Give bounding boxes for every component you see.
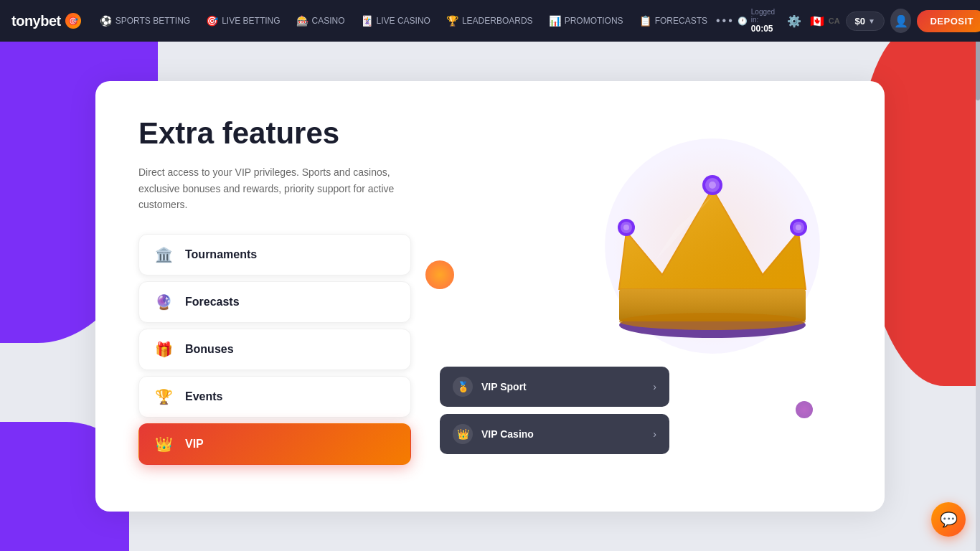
nav-label: FORECASTS xyxy=(655,16,707,26)
vip-btn-label: VIP Casino xyxy=(481,428,534,440)
vip-btn-vip-sport[interactable]: 🏅 VIP Sport › xyxy=(440,367,669,407)
svg-point-13 xyxy=(796,225,801,230)
menu-item-bonuses[interactable]: 🎁 Bonuses xyxy=(138,329,411,370)
decorative-dot-orange xyxy=(425,260,454,289)
menu-item-vip[interactable]: 👑 VIP xyxy=(138,423,411,465)
country-label: CA xyxy=(829,17,840,25)
nav-label: LEADERBOARDS xyxy=(462,16,533,26)
session-timer: 00:05 xyxy=(751,24,773,34)
nav-icon: 🃏 xyxy=(361,15,373,27)
vip-icon: 🏅 xyxy=(453,377,473,397)
user-icon: 👤 xyxy=(894,14,908,28)
main-card: Extra features Direct access to your VIP… xyxy=(95,81,885,512)
nav-icon: 📋 xyxy=(639,15,651,27)
crown-illustration xyxy=(569,117,842,361)
vip-btn-left: 👑 VIP Casino xyxy=(453,424,534,444)
nav-item-live-betting[interactable]: 🎯LIVE BETTING xyxy=(199,11,287,31)
menu-label-events: Events xyxy=(185,390,222,403)
vip-buttons-container: 🏅 VIP Sport › 👑 VIP Casino › xyxy=(440,367,669,454)
clock-icon: 🕐 xyxy=(738,17,748,26)
deposit-button[interactable]: DEPOSIT xyxy=(917,10,980,32)
nav-icon: 🏆 xyxy=(446,15,458,27)
chevron-down-icon: ▼ xyxy=(868,17,875,25)
scrollbar[interactable] xyxy=(976,0,980,551)
nav-item-casino[interactable]: 🎰CASINO xyxy=(289,11,352,31)
nav-label: CASINO xyxy=(312,16,345,26)
vip-btn-left: 🏅 VIP Sport xyxy=(453,377,527,397)
menu-icon-tournaments: 🏛️ xyxy=(154,246,174,263)
flag-icon: 🇨🇦 xyxy=(810,14,824,28)
card-right: 🏅 VIP Sport › 👑 VIP Casino › xyxy=(440,117,842,476)
feature-menu: 🏛️ Tournaments 🔮 Forecasts 🎁 Bonuses 🏆 E… xyxy=(138,234,411,465)
menu-icon-vip: 👑 xyxy=(154,435,174,453)
user-profile-button[interactable]: 👤 xyxy=(890,9,911,33)
chat-icon: 💬 xyxy=(940,511,958,528)
nav-right: 🕐 Logged in: 00:05 ⚙️ 🇨🇦 CA $0 ▼ 👤 DEPOS… xyxy=(738,8,980,34)
nav-item-promotions[interactable]: 📊PROMOTIONS xyxy=(542,11,631,31)
svg-point-10 xyxy=(623,225,629,230)
menu-label-forecasts: Forecasts xyxy=(185,296,240,309)
page-title: Extra features xyxy=(138,117,411,150)
settings-button[interactable]: ⚙️ xyxy=(784,11,804,31)
svg-point-4 xyxy=(619,313,806,330)
nav-item-live-casino[interactable]: 🃏LIVE CASINO xyxy=(354,11,438,31)
logged-in-label: Logged in: xyxy=(751,8,778,24)
nav-label: PROMOTIONS xyxy=(565,16,623,26)
vip-btn-vip-casino[interactable]: 👑 VIP Casino › xyxy=(440,414,669,454)
card-left: Extra features Direct access to your VIP… xyxy=(138,117,411,476)
more-nav-button[interactable]: ••• xyxy=(716,14,735,27)
navbar: tonybet 🎯 ⚽SPORTS BETTING🎯LIVE BETTING🎰C… xyxy=(0,0,980,42)
decorative-dot-purple xyxy=(796,401,813,418)
balance-button[interactable]: $0 ▼ xyxy=(846,11,885,31)
balance-value: $0 xyxy=(855,16,865,27)
menu-icon-events: 🏆 xyxy=(154,388,174,405)
nav-item-forecasts[interactable]: 📋FORECASTS xyxy=(632,11,715,31)
vip-icon: 👑 xyxy=(453,424,473,444)
card-description: Direct access to your VIP privileges. Sp… xyxy=(138,164,397,212)
svg-point-7 xyxy=(709,182,716,189)
nav-item-leaderboards[interactable]: 🏆LEADERBOARDS xyxy=(439,11,540,31)
nav-label: SPORTS BETTING xyxy=(116,16,190,26)
session-time: Logged in: 00:05 xyxy=(751,8,778,34)
menu-item-events[interactable]: 🏆 Events xyxy=(138,376,411,418)
vip-btn-label: VIP Sport xyxy=(481,381,527,392)
nav-items: ⚽SPORTS BETTING🎯LIVE BETTING🎰CASINO🃏LIVE… xyxy=(93,11,735,31)
menu-icon-forecasts: 🔮 xyxy=(154,293,174,311)
logo-icon: 🎯 xyxy=(65,13,81,29)
nav-icon: ⚽ xyxy=(100,15,112,27)
menu-label-tournaments: Tournaments xyxy=(185,248,257,261)
chevron-right-icon: › xyxy=(653,381,656,392)
menu-item-tournaments[interactable]: 🏛️ Tournaments xyxy=(138,234,411,276)
menu-label-bonuses: Bonuses xyxy=(185,343,234,356)
nav-icon: 🎰 xyxy=(296,15,308,27)
nav-label: LIVE CASINO xyxy=(377,16,430,26)
nav-label: LIVE BETTING xyxy=(222,16,280,26)
main-background: Extra features Direct access to your VIP… xyxy=(0,42,980,551)
menu-icon-bonuses: 🎁 xyxy=(154,341,174,358)
nav-icon: 🎯 xyxy=(206,15,218,27)
nav-icon: 📊 xyxy=(549,15,561,27)
chat-support-button[interactable]: 💬 xyxy=(931,502,966,537)
logged-in-info: 🕐 Logged in: 00:05 xyxy=(738,8,778,34)
chevron-right-icon: › xyxy=(653,428,656,440)
menu-label-vip: VIP xyxy=(185,438,204,451)
logo[interactable]: tonybet 🎯 xyxy=(11,13,81,29)
logo-text: tonybet xyxy=(11,13,61,29)
nav-item-sports-betting[interactable]: ⚽SPORTS BETTING xyxy=(93,11,197,31)
menu-item-forecasts[interactable]: 🔮 Forecasts xyxy=(138,281,411,323)
